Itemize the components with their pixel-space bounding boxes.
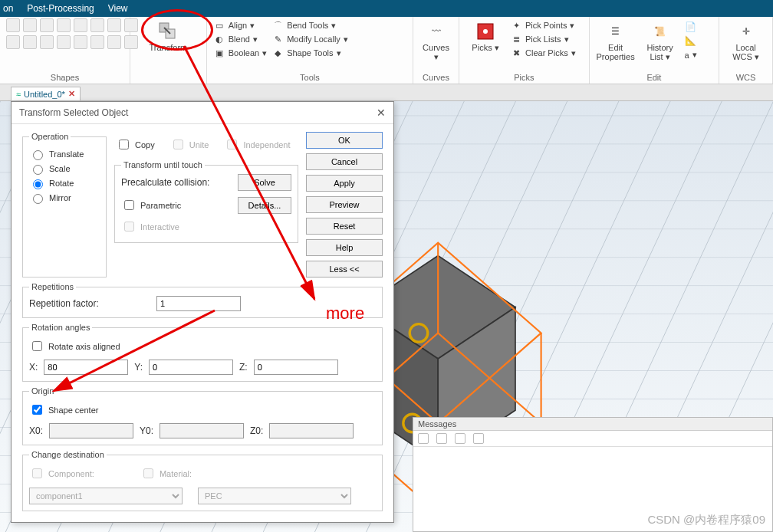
solve-button[interactable]: Solve bbox=[238, 174, 291, 191]
unite-checkbox: Unite bbox=[170, 137, 209, 152]
picks-icon bbox=[474, 20, 497, 43]
independent-checkbox: Independent bbox=[224, 137, 290, 152]
menubar: on Post-Processing View bbox=[0, 0, 773, 17]
modify-icon: ✎ bbox=[271, 33, 284, 45]
shapetools-icon: ◆ bbox=[271, 47, 284, 59]
transform-button[interactable]: Transform bbox=[148, 18, 188, 54]
transform-icon bbox=[156, 20, 179, 43]
edit-properties-button[interactable]: ☰ Edit Properties bbox=[596, 18, 636, 63]
clearpicks-button[interactable]: ✖Clear Picks▾ bbox=[510, 46, 576, 60]
angle-z-input[interactable] bbox=[254, 360, 338, 375]
clear-icon: ✖ bbox=[510, 47, 522, 59]
annotation-more: more bbox=[326, 304, 364, 323]
curves-icon: 〰 bbox=[425, 20, 448, 43]
help-button[interactable]: Help bbox=[306, 239, 383, 256]
chevron-down-icon: ▾ bbox=[492, 43, 499, 52]
rep-factor-input[interactable] bbox=[156, 296, 241, 311]
translate-radio[interactable]: Translate bbox=[29, 148, 100, 160]
curves-button[interactable]: 〰 Curves ▾ bbox=[419, 18, 452, 63]
chevron-down-icon: ▾ bbox=[571, 48, 576, 58]
boolean-icon: ▣ bbox=[213, 47, 225, 59]
picks-button[interactable]: Picks ▾ bbox=[465, 18, 505, 54]
messages-title: Messages bbox=[413, 418, 772, 431]
pickpoints-button[interactable]: ✦Pick Points▾ bbox=[510, 18, 576, 32]
group-label: Curves bbox=[419, 71, 452, 82]
cancel-button[interactable]: Cancel bbox=[306, 153, 383, 170]
edit-small-icon[interactable]: 📄 bbox=[685, 21, 697, 32]
close-icon[interactable]: ✕ bbox=[377, 107, 386, 119]
bendtools-button[interactable]: ⌒Bend Tools▾ bbox=[271, 18, 348, 32]
ok-button[interactable]: OK bbox=[306, 132, 383, 149]
rep-factor-label: Repetition factor: bbox=[29, 298, 152, 309]
modifylocal-button[interactable]: ✎Modify Locally▾ bbox=[271, 32, 348, 46]
operation-group: Operation Translate Scale Rotate Mirror bbox=[22, 132, 107, 277]
parametric-checkbox[interactable]: Parametric bbox=[121, 198, 181, 212]
menu-item[interactable]: on bbox=[3, 3, 13, 14]
blend-button[interactable]: ◐Blend▾ bbox=[213, 32, 267, 46]
local-wcs-button[interactable]: ✛ Local WCS ▾ bbox=[726, 18, 766, 63]
details-button[interactable]: Details... bbox=[238, 197, 291, 214]
document-tabbar: ≈ Untitled_0* ✕ bbox=[0, 84, 773, 101]
msg-filter-icon[interactable] bbox=[418, 433, 429, 444]
angle-x-input[interactable] bbox=[44, 360, 128, 375]
boolean-button[interactable]: ▣Boolean▾ bbox=[213, 46, 267, 60]
align-button[interactable]: ▭Align▾ bbox=[213, 18, 267, 32]
origin-y0-input bbox=[160, 423, 244, 438]
ribbon: Shapes Transform ▭Align▾ ◐Blend▾ ▣Boolea… bbox=[0, 17, 773, 84]
chevron-down-icon: ▾ bbox=[253, 34, 258, 44]
copy-checkbox[interactable]: Copy bbox=[116, 137, 155, 152]
component-select: component1 bbox=[29, 488, 183, 504]
component-checkbox: Component: bbox=[29, 466, 94, 481]
wcs-icon: ✛ bbox=[735, 20, 758, 43]
shapetools-button[interactable]: ◆Shape Tools▾ bbox=[271, 46, 348, 60]
edit-small-dropdown[interactable]: a▾ bbox=[685, 49, 697, 61]
document-tab[interactable]: ≈ Untitled_0* ✕ bbox=[11, 87, 81, 100]
history-list-button[interactable]: 📜 History List ▾ bbox=[640, 18, 680, 63]
chevron-down-icon: ▾ bbox=[434, 52, 439, 61]
reset-button[interactable]: Reset bbox=[306, 218, 383, 235]
group-label: WCS bbox=[725, 71, 766, 82]
group-label: Picks bbox=[465, 71, 583, 82]
group-label: Tools bbox=[213, 71, 406, 82]
rotate-radio[interactable]: Rotate bbox=[29, 177, 100, 189]
preview-button[interactable]: Preview bbox=[306, 196, 383, 213]
chevron-down-icon: ▾ bbox=[337, 48, 341, 58]
angle-y-input[interactable] bbox=[149, 360, 233, 375]
tab-icon: ≈ bbox=[16, 90, 21, 99]
star-icon: ✦ bbox=[510, 19, 522, 31]
edit-small-icon[interactable]: 📐 bbox=[685, 35, 697, 46]
messages-toolbar bbox=[413, 431, 772, 447]
group-label: Edit bbox=[596, 71, 713, 82]
menu-item[interactable]: View bbox=[108, 3, 128, 14]
material-checkbox: Material: bbox=[140, 466, 192, 481]
origin-x0-input bbox=[49, 423, 133, 438]
rotate-axis-aligned-checkbox[interactable]: Rotate axis aligned bbox=[29, 339, 376, 353]
msg-filter-icon[interactable] bbox=[473, 433, 484, 444]
apply-button[interactable]: Apply bbox=[306, 175, 383, 192]
msg-filter-icon[interactable] bbox=[455, 433, 465, 444]
tab-title: Untitled_0* bbox=[24, 90, 65, 99]
list-icon: ≣ bbox=[510, 33, 522, 45]
shape-center-checkbox[interactable]: Shape center bbox=[29, 402, 376, 417]
close-tab-icon[interactable]: ✕ bbox=[68, 89, 75, 99]
chevron-down-icon: ▾ bbox=[570, 21, 574, 31]
shapes-gallery[interactable] bbox=[6, 18, 138, 49]
menu-item[interactable]: Post-Processing bbox=[27, 3, 94, 14]
chevron-down-icon: ▾ bbox=[692, 50, 697, 60]
mirror-radio[interactable]: Mirror bbox=[29, 192, 100, 204]
msg-filter-icon[interactable] bbox=[436, 433, 447, 444]
blend-icon: ◐ bbox=[213, 33, 225, 45]
align-icon: ▭ bbox=[213, 19, 225, 31]
precalc-label: Precalculate collision: bbox=[121, 177, 209, 188]
scale-radio[interactable]: Scale bbox=[29, 163, 100, 175]
less-button[interactable]: Less << bbox=[306, 261, 383, 277]
chevron-down-icon: ▾ bbox=[250, 21, 255, 31]
chevron-down-icon: ▾ bbox=[564, 34, 569, 44]
svg-point-3 bbox=[483, 29, 488, 34]
history-icon: 📜 bbox=[649, 20, 672, 43]
chevron-down-icon: ▾ bbox=[262, 48, 267, 58]
dialog-title: Transform Selected Object bbox=[19, 107, 128, 118]
origin-group: Origin Shape center X0: Y0: Z0: bbox=[22, 386, 383, 445]
rotation-angles-group: Rotation angles Rotate axis aligned X: Y… bbox=[22, 323, 383, 382]
picklists-button[interactable]: ≣Pick Lists▾ bbox=[510, 32, 576, 46]
